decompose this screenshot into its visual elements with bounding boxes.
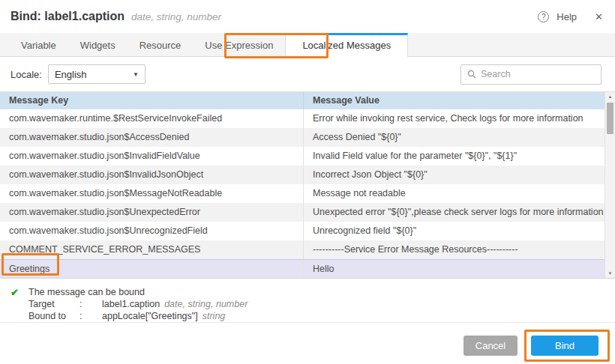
table-row[interactable]: com.wavemaker.studio.json$UnrecognizedFi…	[0, 222, 604, 240]
message-key-cell[interactable]: com.wavemaker.studio.json$InvalidJsonObj…	[0, 166, 304, 184]
message-key-cell[interactable]: Greetings	[0, 260, 304, 278]
tab-widgets[interactable]: Widgets	[68, 34, 128, 56]
tab-use-expression[interactable]: Use Expression	[193, 34, 285, 56]
target-types-hint: date, string, number	[164, 299, 248, 309]
column-header-message-value[interactable]: Message Value	[304, 92, 604, 109]
table-row[interactable]: com.wavemaker.studio.json$MessageNotRead…	[0, 184, 604, 203]
scroll-down-icon[interactable]: ▼	[605, 271, 615, 276]
table-row[interactable]: com.wavemaker.runtime.$RestServiceInvoke…	[0, 109, 604, 128]
messages-table: Message Key Message Value com.wavemaker.…	[0, 91, 615, 279]
locale-select[interactable]: English ▼	[48, 64, 146, 84]
locale-selected-value: English	[55, 69, 87, 80]
cancel-button[interactable]: Cancel	[464, 336, 518, 356]
message-value-cell[interactable]: Unrecognized field "${0}"	[304, 222, 604, 240]
table-row[interactable]: com.wavemaker.studio.json$InvalidJsonObj…	[0, 166, 604, 184]
column-header-message-key[interactable]: Message Key	[0, 92, 304, 109]
message-key-cell[interactable]: com.wavemaker.studio.json$UnrecognizedFi…	[0, 222, 304, 240]
table-row[interactable]: com.wavemaker.studio.json$InvalidFieldVa…	[0, 147, 604, 166]
message-value-cell[interactable]: Access Denied "${0}"	[304, 128, 604, 147]
bind-button[interactable]: Bind	[531, 336, 598, 356]
table-row[interactable]: COMMENT_SERVICE_ERROR_MESSAGES----------…	[0, 240, 604, 259]
table-body: com.wavemaker.runtime.$RestServiceInvoke…	[0, 109, 604, 278]
target-label: Target	[28, 299, 80, 311]
search-box[interactable]	[460, 64, 602, 85]
bound-to-label: Bound to	[28, 311, 80, 323]
target-value: label1.captiondate, string, number	[102, 299, 615, 311]
search-icon	[467, 70, 476, 79]
table-header: Message Key Message Value	[0, 92, 604, 109]
bound-type-hint: string	[202, 311, 226, 321]
message-value-cell[interactable]: Hello	[304, 260, 604, 278]
tab-resource[interactable]: Resource	[128, 34, 194, 56]
table-row[interactable]: com.wavemaker.studio.json$UnexpectedErro…	[0, 203, 604, 222]
message-key-cell[interactable]: com.wavemaker.studio.json$InvalidFieldVa…	[0, 147, 304, 166]
tab-variable[interactable]: Variable	[9, 34, 68, 56]
scrollbar-thumb[interactable]	[607, 103, 614, 134]
close-icon[interactable]: ✕	[595, 11, 603, 22]
message-key-cell[interactable]: com.wavemaker.studio.json$AccessDenied	[0, 128, 304, 147]
message-value-cell[interactable]: Incorrect Json Object "${0}"	[304, 166, 604, 184]
message-value-cell[interactable]: Invalid Field value for the parameter "$…	[304, 147, 604, 166]
table-row[interactable]: com.wavemaker.studio.json$AccessDeniedAc…	[0, 128, 604, 147]
bind-status: ✔ The message can be bound Target : labe…	[0, 279, 615, 323]
status-message: The message can be bound	[28, 287, 615, 299]
chevron-down-icon: ▼	[133, 71, 139, 78]
locale-label: Locale:	[10, 69, 42, 80]
help-icon[interactable]: ?	[538, 11, 549, 22]
message-value-cell[interactable]: Unexpected error "${0}",please check ser…	[304, 203, 604, 222]
dialog-footer: Cancel Bind	[0, 322, 615, 364]
message-key-cell[interactable]: com.wavemaker.runtime.$RestServiceInvoke…	[0, 109, 304, 128]
message-value-cell[interactable]: Message not readable	[304, 184, 604, 203]
message-value-cell[interactable]: Error while invoking rest service, Check…	[304, 109, 604, 128]
locale-toolbar: Locale: English ▼	[0, 57, 615, 91]
dialog-subtitle-types: date, string, number	[131, 11, 221, 22]
tab-localized-messages[interactable]: Localized Messages	[285, 33, 408, 57]
vertical-scrollbar[interactable]: ▲ ▼	[604, 92, 615, 278]
message-value-cell[interactable]: ----------Service Error Message Resource…	[304, 240, 604, 259]
target-colon: :	[80, 299, 102, 311]
dialog-title: Bind: label1.caption	[10, 10, 124, 23]
table-row-selected[interactable]: GreetingsHello	[0, 259, 604, 278]
search-input[interactable]	[481, 69, 595, 79]
tab-bar: Variable Widgets Resource Use Expression…	[0, 33, 615, 57]
bind-dialog: Bind: label1.caption date, string, numbe…	[0, 0, 615, 364]
message-key-cell[interactable]: COMMENT_SERVICE_ERROR_MESSAGES	[0, 240, 304, 259]
message-key-cell[interactable]: com.wavemaker.studio.json$UnexpectedErro…	[0, 203, 304, 222]
help-link[interactable]: Help	[556, 11, 577, 22]
dialog-header: Bind: label1.caption date, string, numbe…	[0, 0, 615, 33]
scroll-up-icon[interactable]: ▲	[605, 94, 615, 99]
check-icon: ✔	[10, 287, 28, 299]
message-key-cell[interactable]: com.wavemaker.studio.json$MessageNotRead…	[0, 184, 304, 203]
bound-to-colon: :	[80, 311, 102, 323]
bound-to-value: appLocale["Greetings"]string	[102, 311, 615, 323]
